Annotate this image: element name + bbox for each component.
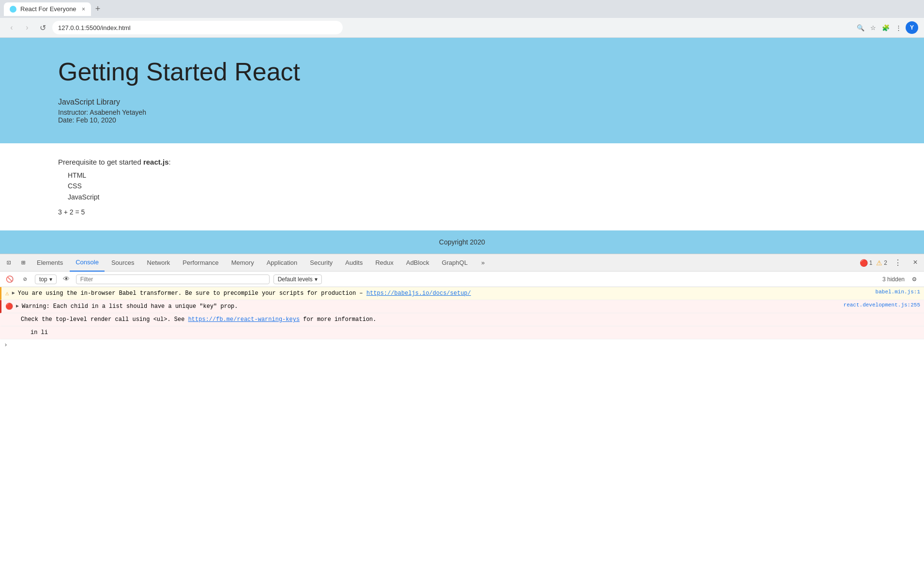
tab-favicon [10, 6, 16, 13]
list-item: CSS [68, 181, 866, 191]
prerequisite-text: Prerequisite to get started react.js: [58, 158, 866, 166]
devtools-dock-toggle[interactable]: ⊞ [16, 256, 30, 270]
tab-console[interactable]: Console [70, 254, 105, 272]
context-value: top [39, 276, 47, 283]
console-input[interactable] [11, 342, 920, 349]
new-tab-button[interactable]: + [91, 2, 105, 16]
console-prompt: › [4, 341, 8, 349]
error-expand-button[interactable]: ▶ [16, 303, 19, 309]
console-input-row: › [0, 339, 924, 350]
devtools-badges: 🔴 1 ⚠ 2 ⋮ × [860, 256, 922, 270]
toolbar-icons: 🔍 ☆ 🧩 ⋮ Y [855, 21, 918, 34]
page-hero: Getting Started React JavaScript Library… [0, 38, 924, 143]
error-detail-text: Check the top-level render call using <u… [21, 315, 920, 324]
tab-memory[interactable]: Memory [226, 254, 260, 272]
react-warning-keys-link[interactable]: https://fb.me/react-warning-keys [188, 316, 300, 323]
console-warning-message: ⚠ ▶ You are using the in-browser Babel t… [0, 287, 924, 300]
error-message-text: Warning: Each child in a list should hav… [22, 302, 841, 311]
error-message-source[interactable]: react.development.js:255 [844, 302, 920, 308]
devtools-device-toggle[interactable]: ⊡ [2, 256, 15, 270]
tab-close-button[interactable]: × [82, 6, 85, 13]
math-expression: 3 + 2 = 5 [58, 208, 866, 216]
warning-message-source[interactable]: babel.min.js:1 [876, 289, 920, 295]
forward-button[interactable]: › [21, 22, 33, 33]
tab-security[interactable]: Security [304, 254, 338, 272]
active-tab[interactable]: React For Everyone × [4, 2, 91, 16]
page-date: Date: Feb 10, 2020 [58, 116, 866, 124]
error-count: 1 [869, 259, 873, 266]
console-filter-toggle[interactable]: ⊘ [19, 274, 31, 285]
console-error-message: 🔴 ▶ Warning: Each child in a list should… [0, 300, 924, 313]
warning-message-text: You are using the in-browser Babel trans… [18, 289, 873, 298]
tab-elements[interactable]: Elements [31, 254, 69, 272]
tab-redux[interactable]: Redux [369, 254, 399, 272]
tab-application[interactable]: Application [261, 254, 303, 272]
settings-icon[interactable]: ⋮ [893, 22, 904, 33]
tab-adblock[interactable]: AdBlock [400, 254, 435, 272]
prerequisite-bold: react.js [143, 158, 169, 166]
warning-badge: ⚠ 2 [876, 259, 887, 267]
extension-icon[interactable]: 🧩 [880, 22, 891, 33]
console-clear-button[interactable]: 🚫 [4, 274, 15, 285]
reload-button[interactable]: ↺ [37, 22, 48, 33]
console-toolbar: 🚫 ⊘ top ▾ 👁 Default levels ▾ 3 hidden ⚙ [0, 272, 924, 287]
browser-chrome: React For Everyone × + ‹ › ↺ 🔍 ☆ 🧩 ⋮ Y [0, 0, 924, 38]
babel-docs-link[interactable]: https://babeljs.io/docs/setup/ [366, 290, 471, 297]
devtools-tabs: ⊡ ⊞ Elements Console Sources Network Per… [0, 254, 924, 272]
devtools-panel: ⊡ ⊞ Elements Console Sources Network Per… [0, 254, 924, 350]
tab-audits[interactable]: Audits [339, 254, 368, 272]
devtools-close-button[interactable]: × [909, 256, 922, 270]
console-messages: ⚠ ▶ You are using the in-browser Babel t… [0, 287, 924, 350]
page-title: Getting Started React [58, 57, 866, 86]
warning-expand-button[interactable]: ▶ [12, 290, 15, 296]
warning-message-icon: ⚠ [5, 290, 9, 297]
level-chevron: ▾ [315, 276, 318, 283]
tab-title: React For Everyone [20, 5, 76, 13]
error-indent-text: in li [30, 328, 920, 337]
context-chevron: ▾ [49, 276, 52, 283]
error-badge: 🔴 1 [860, 259, 873, 267]
tab-sources[interactable]: Sources [106, 254, 140, 272]
warning-icon: ⚠ [876, 259, 882, 267]
page-footer: Copyright 2020 [0, 230, 924, 254]
console-error-detail: Check the top-level render call using <u… [0, 313, 924, 326]
console-settings-button[interactable]: ⚙ [909, 274, 920, 285]
tab-more[interactable]: » [475, 254, 490, 272]
list-item: HTML [68, 170, 866, 181]
live-expressions-button[interactable]: 👁 [61, 274, 72, 285]
address-input[interactable] [52, 21, 343, 34]
devtools-menu-button[interactable]: ⋮ [891, 256, 905, 270]
profile-button[interactable]: Y [906, 21, 918, 34]
footer-text: Copyright 2020 [439, 238, 485, 246]
back-button[interactable]: ‹ [6, 22, 17, 33]
error-icon: 🔴 [860, 259, 868, 267]
search-icon[interactable]: 🔍 [855, 22, 866, 33]
page-subtitle: JavaScript Library [58, 98, 866, 107]
hidden-messages-count: 3 hidden [882, 276, 905, 283]
prerequisite-list: HTML CSS JavaScript [58, 170, 866, 202]
error-message-icon: 🔴 [5, 303, 13, 310]
warning-count: 2 [884, 259, 887, 266]
page-content: Prerequisite to get started react.js: HT… [0, 143, 924, 230]
console-filter-input[interactable] [76, 274, 270, 284]
page-instructor: Instructor: Asabeneh Yetayeh [58, 108, 866, 116]
context-selector[interactable]: top ▾ [35, 274, 57, 284]
level-value: Default levels [278, 276, 313, 283]
tab-bar: React For Everyone × + [0, 0, 924, 18]
console-error-indent: in li [0, 326, 924, 339]
address-bar: ‹ › ↺ 🔍 ☆ 🧩 ⋮ Y [0, 18, 924, 37]
log-level-selector[interactable]: Default levels ▾ [273, 274, 322, 284]
tab-performance[interactable]: Performance [177, 254, 224, 272]
tab-graphql[interactable]: GraphQL [436, 254, 473, 272]
bookmark-icon[interactable]: ☆ [868, 22, 879, 33]
tab-network[interactable]: Network [141, 254, 176, 272]
list-item: JavaScript [68, 192, 866, 202]
